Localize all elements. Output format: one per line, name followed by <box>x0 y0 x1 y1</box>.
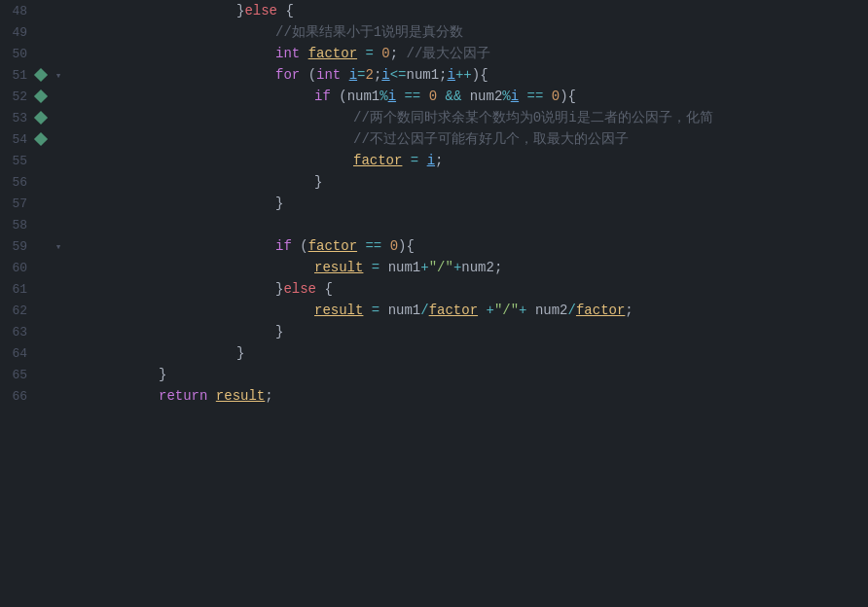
token-op: % <box>380 86 387 107</box>
token-comment-cn: //最大公因子 <box>406 43 490 64</box>
gutter-row-53: 53 <box>0 107 73 128</box>
line-number-66: 66 <box>0 389 27 404</box>
token-factor-word: factor <box>308 43 357 64</box>
line-number-49: 49 <box>0 25 27 40</box>
line-number-63: 63 <box>0 325 27 339</box>
code-line-53: //两个数同时求余某个数均为0说明i是二者的公因子，化简 <box>81 107 868 128</box>
token-factor-word: factor <box>576 300 625 321</box>
token-plain <box>341 64 348 86</box>
token-op: = <box>372 257 380 278</box>
token-punc: ; <box>439 64 447 86</box>
token-op: = <box>357 64 365 86</box>
token-plain <box>300 64 307 86</box>
fold-area-53[interactable] <box>53 112 64 124</box>
token-plain <box>207 385 215 407</box>
fold-area-65[interactable] <box>53 369 64 380</box>
code-line-60: result = num1+"/"+num2; <box>81 257 868 278</box>
token-punc: ; <box>494 257 502 278</box>
token-plain <box>300 43 307 64</box>
fold-area-66[interactable] <box>53 390 64 402</box>
fold-area-54[interactable] <box>53 133 64 145</box>
fold-area-59[interactable]: ▾ <box>53 240 64 252</box>
token-kw: if <box>314 86 331 107</box>
fold-area-61[interactable] <box>53 283 64 295</box>
code-line-58 <box>81 214 868 235</box>
code-editor: 48495051▾5253545556575859▾60616263646566… <box>0 0 868 607</box>
breakpoint-area-51[interactable] <box>33 70 49 80</box>
line-number-51: 51 <box>0 68 27 83</box>
fold-area-57[interactable] <box>53 197 64 209</box>
breakpoint-area-53[interactable] <box>33 113 49 123</box>
token-punc: ( <box>339 86 346 107</box>
fold-area-60[interactable] <box>53 262 64 273</box>
token-punc: } <box>236 0 244 21</box>
breakpoint-icon <box>34 111 48 125</box>
fold-area-48[interactable] <box>53 5 64 17</box>
fold-area-49[interactable] <box>53 26 64 38</box>
token-comment-cn: //如果结果小于1说明是真分数 <box>275 21 463 43</box>
token-var-underline: i <box>448 64 455 86</box>
gutter-row-48: 48 <box>0 0 73 21</box>
code-line-56: } <box>81 171 868 193</box>
token-result-word: result <box>216 385 265 407</box>
gutter-row-64: 64 <box>0 342 73 364</box>
token-op: <= <box>390 64 407 86</box>
token-punc: ; <box>265 385 272 407</box>
token-op: / <box>568 300 576 321</box>
breakpoint-icon <box>34 68 48 82</box>
code-line-66: return result; <box>81 385 868 407</box>
line-number-56: 56 <box>0 175 27 190</box>
fold-area-62[interactable] <box>53 304 64 316</box>
token-plain <box>402 150 410 171</box>
fold-area-55[interactable] <box>53 155 64 166</box>
breakpoint-area-54[interactable] <box>33 134 49 144</box>
fold-area-63[interactable] <box>53 326 64 338</box>
token-punc: } <box>275 193 283 214</box>
token-kw: int <box>316 64 341 86</box>
token-punc: ; <box>625 300 633 321</box>
token-plain <box>418 150 426 171</box>
token-op: ++ <box>455 64 472 86</box>
fold-area-56[interactable] <box>53 176 64 188</box>
fold-area-50[interactable] <box>53 48 64 59</box>
line-number-48: 48 <box>0 4 27 18</box>
code-line-61: }else { <box>81 278 868 300</box>
token-plain: num2 <box>461 86 502 107</box>
fold-area-64[interactable] <box>53 347 64 359</box>
code-content-area: }else {//如果结果小于1说明是真分数int factor = 0; //… <box>73 0 868 607</box>
code-line-49: //如果结果小于1说明是真分数 <box>81 21 868 43</box>
gutter-row-54: 54 <box>0 128 73 150</box>
token-op: == <box>527 86 544 107</box>
gutter-row-59: 59▾ <box>0 235 73 257</box>
code-line-57: } <box>81 193 868 214</box>
line-number-53: 53 <box>0 111 27 125</box>
gutter-row-63: 63 <box>0 321 73 342</box>
token-plain: num1 <box>347 86 380 107</box>
gutter-row-55: 55 <box>0 150 73 171</box>
gutter-row-49: 49 <box>0 21 73 43</box>
token-plain <box>292 235 300 257</box>
gutter-row-65: 65 <box>0 364 73 385</box>
token-op: == <box>404 86 420 107</box>
line-number-58: 58 <box>0 218 27 232</box>
fold-area-51[interactable]: ▾ <box>53 69 64 81</box>
token-var-underline: i <box>381 64 389 86</box>
token-punc: { <box>277 0 294 21</box>
fold-area-52[interactable] <box>53 90 64 102</box>
token-punc: ( <box>300 235 307 257</box>
token-plain <box>396 86 404 107</box>
line-number-57: 57 <box>0 196 27 211</box>
code-line-64: } <box>81 342 868 364</box>
line-number-52: 52 <box>0 89 27 104</box>
token-plain: num1 <box>380 257 420 278</box>
line-number-62: 62 <box>0 304 27 318</box>
token-op: % <box>502 86 510 107</box>
token-op: == <box>365 235 381 257</box>
code-line-48: }else { <box>81 0 868 21</box>
token-punc: ){ <box>560 86 576 107</box>
token-num: 0 <box>381 43 389 64</box>
breakpoint-area-52[interactable] <box>33 91 49 101</box>
token-var-underline: i <box>511 86 519 107</box>
fold-area-58[interactable] <box>53 219 64 231</box>
gutter-row-61: 61 <box>0 278 73 300</box>
